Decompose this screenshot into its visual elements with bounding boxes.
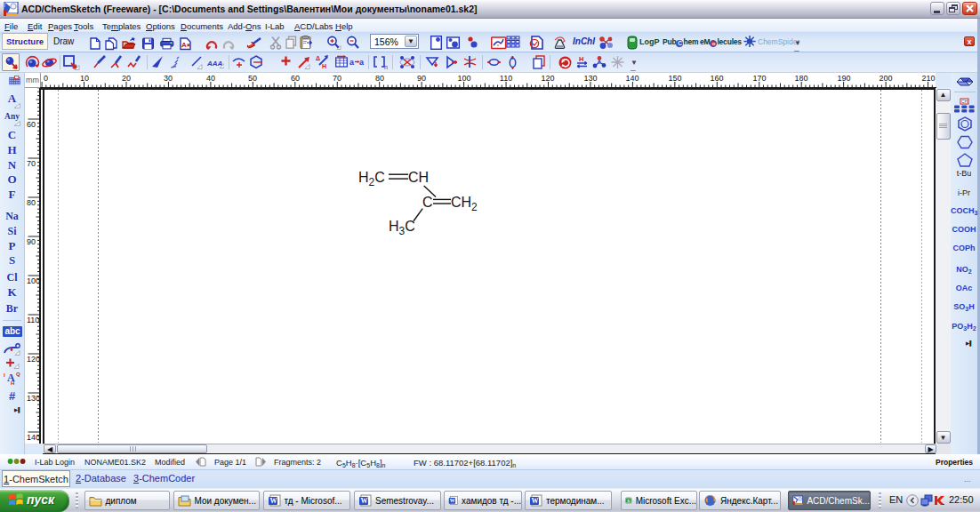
svg-text:Q: Q: [16, 372, 20, 377]
svg-text:AAA: AAA: [207, 60, 223, 68]
svg-text:H: H: [11, 380, 14, 385]
svg-text:n: n: [384, 64, 388, 70]
svg-text:W: W: [450, 499, 455, 504]
svg-text:W: W: [360, 497, 367, 505]
svg-text:A: A: [181, 41, 187, 49]
svg-text:C: C: [422, 195, 433, 210]
svg-text:CH: CH: [408, 170, 429, 185]
svg-text:a: a: [349, 58, 355, 67]
svg-text:CH: CH: [961, 99, 968, 104]
svg-text:Δ: Δ: [316, 55, 320, 61]
svg-text:H: H: [322, 63, 326, 69]
svg-text:CH2: CH2: [451, 195, 478, 213]
svg-text:H3C: H3C: [389, 219, 415, 237]
svg-text:W: W: [269, 497, 277, 505]
svg-text:a: a: [359, 58, 365, 67]
svg-text:W: W: [531, 497, 538, 505]
svg-text:H2C: H2C: [358, 170, 385, 188]
svg-text:H: H: [579, 55, 583, 63]
svg-text:I: I: [4, 372, 5, 378]
svg-text:â: â: [510, 55, 513, 60]
